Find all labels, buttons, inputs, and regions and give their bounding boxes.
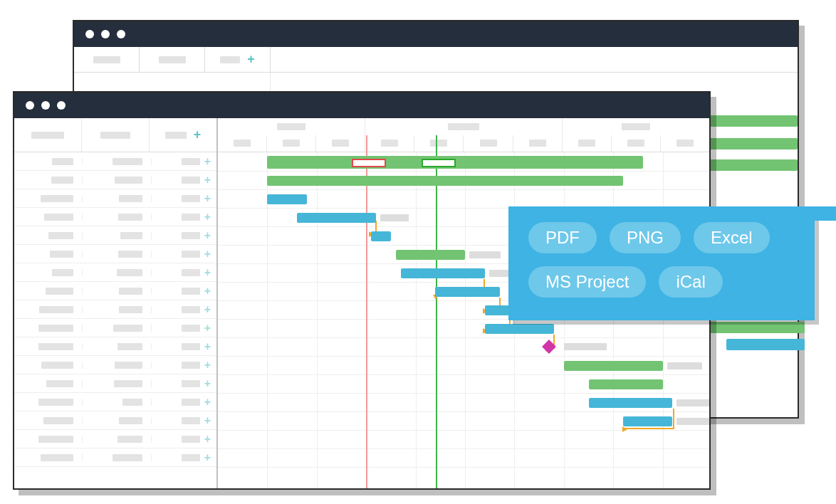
table-cell[interactable] [14,195,83,202]
export-option-ms-project[interactable]: MS Project [528,266,646,298]
table-cell[interactable] [14,251,83,258]
table-cell[interactable] [83,251,151,258]
table-cell[interactable] [83,232,151,239]
gantt-bar[interactable] [435,287,499,297]
table-row[interactable]: + [14,189,216,208]
table-cell[interactable]: + [152,397,216,408]
table-cell[interactable] [14,177,83,184]
add-subtask-icon[interactable]: + [204,156,211,167]
table-row[interactable]: + [14,430,216,448]
table-cell[interactable] [83,306,151,313]
table-cell[interactable] [14,288,83,295]
table-cell[interactable]: + [152,211,216,223]
table-row[interactable]: + [14,300,216,319]
gantt-bar[interactable] [371,231,391,241]
table-cell[interactable] [83,288,151,295]
table-cell[interactable] [14,325,83,332]
table-row[interactable]: + [14,245,216,263]
table-cell[interactable] [14,232,83,239]
add-column-icon[interactable]: + [194,127,202,142]
gantt-bar[interactable] [267,176,623,186]
table-cell[interactable] [83,177,151,184]
table-cell[interactable]: + [152,304,216,315]
column-header[interactable] [82,118,150,152]
gantt-bar[interactable] [396,250,465,260]
add-subtask-icon[interactable]: + [204,230,211,241]
table-cell[interactable] [14,214,83,221]
add-subtask-icon[interactable]: + [204,304,211,315]
table-row[interactable]: + [14,263,216,282]
gantt-bar[interactable] [267,194,307,204]
table-cell[interactable]: + [152,285,216,297]
table-row[interactable]: + [14,337,216,356]
table-cell[interactable] [14,417,83,424]
add-subtask-icon[interactable]: + [204,341,211,352]
table-cell[interactable] [14,269,83,276]
gantt-bar[interactable] [485,305,510,315]
table-cell[interactable] [83,325,151,332]
table-row[interactable]: + [14,319,216,337]
table-row[interactable]: + [14,393,216,411]
export-option-png[interactable]: PNG [610,222,681,253]
table-row[interactable]: + [14,152,216,171]
table-cell[interactable] [14,362,83,369]
table-cell[interactable]: + [152,267,216,278]
table-row[interactable]: + [14,282,216,300]
add-subtask-icon[interactable]: + [204,397,211,408]
table-cell[interactable] [83,362,151,369]
gantt-bar[interactable] [564,361,663,371]
add-subtask-icon[interactable]: + [204,285,211,297]
gantt-bar[interactable] [589,379,663,389]
table-cell[interactable]: + [152,193,216,204]
table-row[interactable]: + [14,171,216,189]
table-cell[interactable]: + [152,434,216,445]
column-header[interactable] [14,118,82,152]
add-subtask-icon[interactable]: + [204,174,211,186]
table-cell[interactable] [14,343,83,350]
table-cell[interactable] [83,158,151,165]
table-cell[interactable]: + [152,452,216,463]
add-subtask-icon[interactable]: + [204,267,211,278]
table-cell[interactable]: + [152,156,216,167]
table-cell[interactable] [83,343,151,350]
table-cell[interactable] [14,380,83,387]
table-cell[interactable] [83,195,151,202]
add-subtask-icon[interactable]: + [204,415,211,426]
table-row[interactable]: + [14,208,216,226]
column-header-add[interactable]: + [150,118,216,152]
gantt-bar[interactable] [623,416,672,426]
table-cell[interactable] [83,214,151,221]
table-cell[interactable] [83,399,151,406]
table-cell[interactable] [83,436,151,443]
table-cell[interactable] [14,399,83,406]
table-cell[interactable] [14,454,83,461]
table-cell[interactable]: + [152,322,216,334]
table-cell[interactable] [83,417,151,424]
gantt-bar[interactable] [297,213,376,223]
table-cell[interactable]: + [152,341,216,352]
table-row[interactable]: + [14,374,216,393]
table-cell[interactable] [14,306,83,313]
gantt-bar[interactable] [485,324,554,334]
table-cell[interactable] [14,436,83,443]
table-cell[interactable] [83,380,151,387]
export-option-ical[interactable]: iCal [659,266,722,298]
table-row[interactable]: + [14,356,216,374]
table-cell[interactable] [83,269,151,276]
add-subtask-icon[interactable]: + [204,211,211,223]
table-cell[interactable] [14,158,83,165]
add-subtask-icon[interactable]: + [204,193,211,204]
add-subtask-icon[interactable]: + [204,248,211,260]
table-cell[interactable]: + [152,174,216,186]
milestone[interactable] [542,340,556,354]
gantt-bar[interactable] [589,398,673,408]
table-cell[interactable]: + [152,230,216,241]
table-cell[interactable]: + [152,378,216,389]
table-row[interactable]: + [14,411,216,430]
export-option-excel[interactable]: Excel [694,222,770,253]
add-subtask-icon[interactable]: + [204,359,211,371]
add-subtask-icon[interactable]: + [204,322,211,334]
table-cell[interactable]: + [152,415,216,426]
table-cell[interactable]: + [152,248,216,260]
add-subtask-icon[interactable]: + [204,452,211,463]
